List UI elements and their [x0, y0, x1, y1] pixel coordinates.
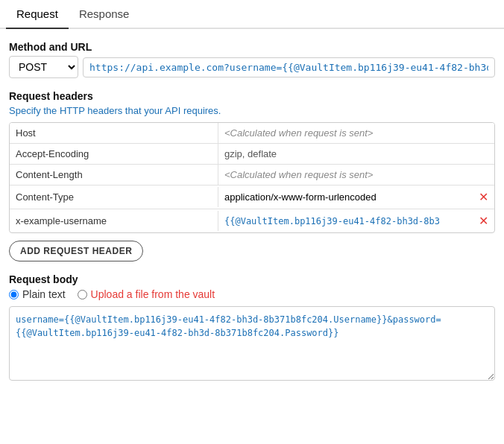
- header-value-x-example-username[interactable]: [218, 211, 473, 231]
- tab-response[interactable]: Response: [69, 0, 140, 29]
- header-value-content-length: <Calculated when request is sent>: [218, 165, 494, 185]
- url-input[interactable]: [83, 57, 495, 77]
- header-value-host: <Calculated when request is sent>: [218, 123, 494, 143]
- request-headers-title: Request headers: [9, 90, 495, 102]
- header-name-x-example-username[interactable]: [10, 211, 218, 231]
- delete-x-example-username-button[interactable]: ✕: [473, 209, 494, 232]
- delete-content-type-button[interactable]: ✕: [473, 185, 494, 209]
- method-url-title: Method and URL: [9, 41, 495, 53]
- request-body-textarea[interactable]: [9, 306, 495, 381]
- tab-request[interactable]: Request: [6, 0, 69, 29]
- request-body-section: Request body Plain text Upload a file fr…: [0, 273, 504, 383]
- table-row: Host <Calculated when request is sent>: [10, 123, 494, 144]
- plain-text-radio-label[interactable]: Plain text: [9, 288, 66, 300]
- header-name-host: Host: [10, 123, 218, 143]
- upload-vault-radio-label[interactable]: Upload a file from the vault: [78, 288, 215, 300]
- header-value-content-type[interactable]: [218, 187, 473, 207]
- headers-grid: Host <Calculated when request is sent> A…: [9, 122, 495, 233]
- method-url-section: Method and URL POST GET PUT PATCH DELETE: [0, 41, 504, 78]
- request-headers-subtitle: Specify the HTTP headers that your API r…: [9, 105, 495, 116]
- body-type-radio-group: Plain text Upload a file from the vault: [9, 288, 495, 300]
- plain-text-label: Plain text: [22, 288, 66, 300]
- request-headers-section: Request headers Specify the HTTP headers…: [0, 90, 504, 261]
- request-body-title: Request body: [9, 273, 495, 285]
- header-name-content-length: Content-Length: [10, 165, 218, 185]
- table-row: ✕: [10, 185, 494, 209]
- header-name-x-example-username-input[interactable]: [16, 215, 212, 226]
- table-row: ✕: [10, 209, 494, 232]
- upload-vault-radio[interactable]: [78, 290, 87, 299]
- header-value-x-example-username-input[interactable]: [224, 216, 467, 226]
- add-request-header-button[interactable]: ADD REQUEST HEADER: [9, 241, 143, 261]
- header-value-accept-encoding: gzip, deflate: [218, 144, 494, 164]
- method-select[interactable]: POST GET PUT PATCH DELETE: [9, 56, 78, 78]
- header-value-content-type-input[interactable]: [224, 191, 467, 203]
- header-name-accept-encoding: Accept-Encoding: [10, 144, 218, 164]
- method-url-row: POST GET PUT PATCH DELETE: [9, 56, 495, 78]
- table-row: Accept-Encoding gzip, deflate: [10, 144, 494, 165]
- header-name-content-type[interactable]: [10, 187, 218, 207]
- table-row: Content-Length <Calculated when request …: [10, 165, 494, 185]
- upload-vault-label: Upload a file from the vault: [91, 288, 215, 300]
- header-name-content-type-input[interactable]: [16, 191, 212, 203]
- tabs-bar: Request Response: [0, 0, 504, 29]
- plain-text-radio[interactable]: [9, 290, 19, 299]
